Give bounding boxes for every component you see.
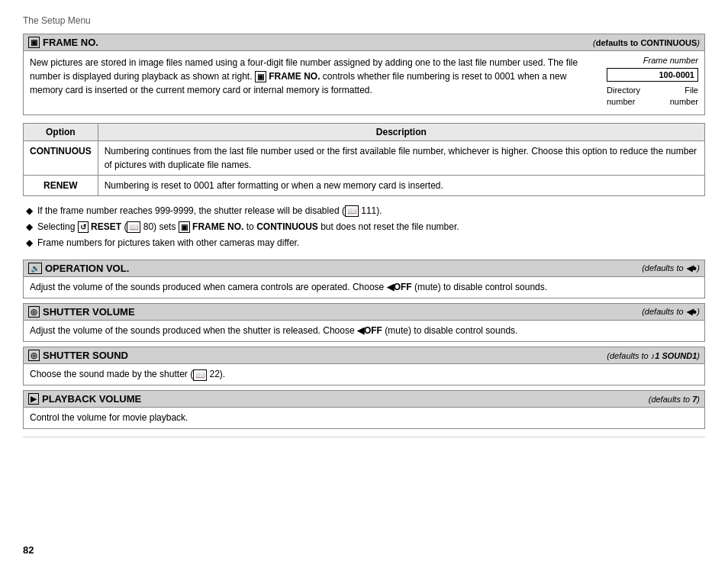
table-row: RENEW Numbering is reset to 0001 after f…	[24, 175, 705, 195]
option-continuous: CONTINUOUS	[24, 140, 98, 175]
directory-label: Directorynumber	[607, 85, 640, 108]
frame-no-bold: FRAME NO.	[269, 71, 323, 82]
shutter-volume-section: ◎ SHUTTER VOLUME (defaults to ◀●) Adjust…	[23, 303, 705, 342]
operation-vol-header: 🔊 OPERATION VOL. (defaults to ◀●)	[23, 260, 705, 277]
playback-volume-default: (defaults to 7)	[649, 395, 700, 404]
operation-vol-default: (defaults to ◀●)	[642, 263, 700, 273]
note-2: ◆ Selecting ↺ RESET (📖 80) sets ▣ FRAME …	[26, 220, 702, 234]
col-option: Option	[24, 123, 98, 140]
frame-no-header: ▣ FRAME NO. (defaults to CONTINUOUS)	[23, 34, 705, 51]
frame-no-body: New pictures are stored in image files n…	[23, 51, 705, 115]
desc-continuous: Numbering continues from the last file n…	[98, 140, 704, 175]
options-table: Option Description CONTINUOUS Numbering …	[23, 123, 705, 196]
shutter-volume-header: ◎ SHUTTER VOLUME (defaults to ◀●)	[23, 303, 705, 321]
table-row: CONTINUOUS Numbering continues from the …	[24, 140, 705, 175]
shutter-sound-title: SHUTTER SOUND	[43, 350, 128, 361]
frame-no-icon-inline: ▣	[255, 71, 266, 82]
diamond-1: ◆	[26, 204, 33, 218]
page-number: 82	[23, 544, 34, 556]
shutter-volume-icon: ◎	[28, 306, 40, 318]
note-3-text: Frame numbers for pictures taken with ot…	[37, 236, 299, 250]
bottom-divider	[23, 437, 705, 437]
shutter-volume-body: Adjust the volume of the sounds produced…	[23, 321, 705, 342]
note-3: ◆ Frame numbers for pictures taken with …	[26, 236, 702, 250]
frame-no-default: (defaults to CONTINUOUS)	[593, 38, 700, 47]
shutter-volume-title: SHUTTER VOLUME	[43, 306, 135, 318]
operation-vol-section: 🔊 OPERATION VOL. (defaults to ◀●) Adjust…	[23, 260, 705, 298]
diamond-3: ◆	[26, 236, 33, 250]
playback-volume-section: ▶ PLAYBACK VOLUME (defaults to 7) Contro…	[23, 390, 705, 429]
playback-volume-body: Control the volume for movie playback.	[23, 408, 705, 429]
desc-renew: Numbering is reset to 0001 after formatt…	[98, 175, 704, 195]
playback-volume-icon: ▶	[28, 393, 39, 405]
playback-volume-title: PLAYBACK VOLUME	[42, 393, 141, 405]
col-description: Description	[98, 123, 704, 140]
shutter-sound-default: (defaults to ♪1 SOUND1)	[607, 351, 700, 360]
option-renew: RENEW	[24, 175, 98, 195]
operation-vol-icon: 🔊	[28, 263, 42, 274]
note-1-text: If the frame number reaches 999-9999, th…	[37, 204, 382, 218]
page-title: The Setup Menu	[23, 15, 705, 26]
operation-vol-title: OPERATION VOL.	[45, 263, 129, 274]
shutter-sound-section: ◎ SHUTTER SOUND (defaults to ♪1 SOUND1) …	[23, 347, 705, 386]
dir-file-labels: Directorynumber Filenumber	[607, 85, 698, 108]
file-label: Filenumber	[670, 85, 698, 108]
notes-section: ◆ If the frame number reaches 999-9999, …	[23, 204, 705, 251]
frame-number-label: Frame number	[607, 56, 698, 65]
shutter-sound-body: Choose the sound made by the shutter (📖 …	[23, 364, 705, 386]
shutter-volume-default: (defaults to ◀●)	[642, 307, 700, 317]
shutter-sound-header: ◎ SHUTTER SOUND (defaults to ♪1 SOUND1)	[23, 347, 705, 364]
note-1: ◆ If the frame number reaches 999-9999, …	[26, 204, 702, 218]
shutter-sound-icon: ◎	[28, 350, 40, 361]
note-2-text: Selecting ↺ RESET (📖 80) sets ▣ FRAME NO…	[37, 220, 459, 234]
diamond-2: ◆	[26, 220, 33, 234]
operation-vol-body: Adjust the volume of the sounds produced…	[23, 277, 705, 298]
playback-volume-header: ▶ PLAYBACK VOLUME (defaults to 7)	[23, 390, 705, 408]
frame-diagram: 100-0001	[607, 68, 698, 82]
frame-no-icon: ▣	[28, 37, 40, 48]
frame-no-title: FRAME NO.	[43, 37, 98, 48]
frame-number-value: 100-0001	[659, 70, 695, 79]
